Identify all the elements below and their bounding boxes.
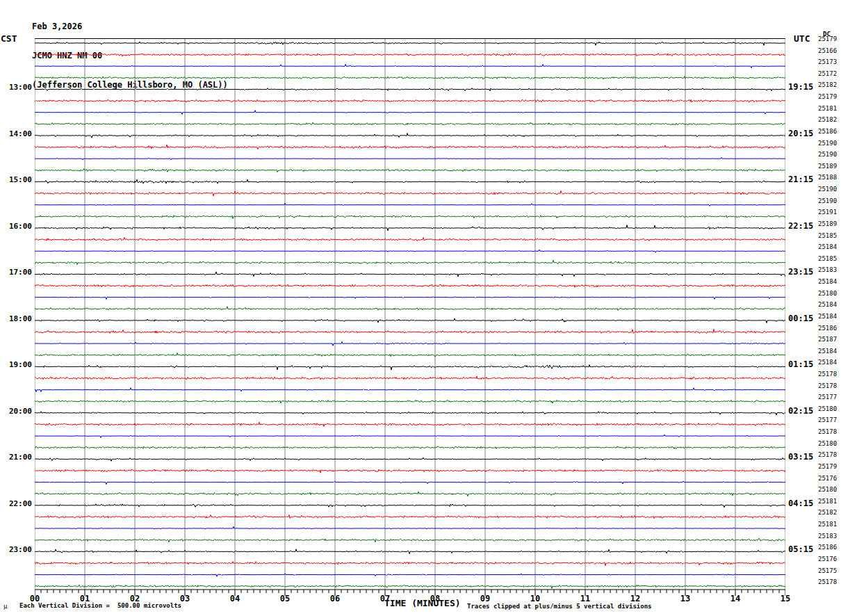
seismo-trace [35, 341, 785, 346]
seismo-trace [35, 307, 785, 311]
seismo-trace [35, 238, 785, 241]
seismo-trace [35, 376, 785, 380]
seismo-trace [35, 250, 785, 252]
seismo-trace [35, 145, 785, 149]
dc-offset-value: 25185 [818, 233, 837, 240]
dc-offset-value: 25184 [818, 244, 837, 251]
x-tick-label: 15 [777, 594, 794, 603]
seismo-trace [35, 179, 785, 184]
seismo-trace [35, 216, 785, 219]
x-tick-label: 14 [727, 594, 744, 603]
utc-hour-label: 01:15 [788, 360, 813, 369]
dc-offset-value: 25183 [818, 533, 837, 540]
utc-hour-label: 04:15 [788, 499, 813, 508]
dc-offset-value: 25173 [818, 59, 837, 66]
left-timezone-header: CST [1, 34, 17, 44]
seismo-trace [35, 329, 785, 333]
dc-offset-value: 25189 [818, 221, 837, 228]
dc-offset-value: 25189 [818, 163, 837, 170]
seismo-trace [35, 157, 785, 160]
dc-offset-value: 25190 [818, 198, 837, 205]
dc-offset-value: 25186 [818, 325, 837, 332]
dc-offset-value: 25181 [818, 499, 837, 505]
seismo-trace [35, 388, 785, 392]
seismo-trace [35, 88, 785, 91]
seismo-trace [35, 481, 785, 485]
seismo-trace [35, 318, 785, 323]
dc-offset-value: 25182 [818, 117, 837, 124]
seismo-trace [35, 492, 785, 496]
dc-offset-value: 25178 [818, 371, 837, 378]
utc-hour-label: 02:15 [788, 407, 813, 416]
utc-hour-label: 05:15 [788, 545, 813, 554]
right-timezone-header: UTC [794, 34, 810, 44]
utc-hour-label: 20:15 [788, 129, 813, 138]
seismo-trace [35, 64, 785, 67]
cst-hour-label: 16:00 [0, 222, 32, 231]
dc-offset-value: 25176 [818, 476, 837, 483]
clipping-note: Traces clipped at plus/minus 5 vertical … [467, 603, 652, 610]
dc-offset-value: 25178 [818, 429, 837, 436]
dc-offset-value: 25190 [818, 152, 837, 159]
utc-hour-label: 21:15 [788, 175, 813, 184]
utc-hour-label: 23:15 [788, 268, 813, 277]
dc-offset-value: 25184 [818, 314, 837, 321]
dc-offset-value: 25180 [818, 291, 837, 298]
cst-hour-label: 17:00 [0, 268, 32, 277]
dc-offset-value: 25184 [818, 348, 837, 355]
dc-offset-value: 25185 [818, 256, 837, 263]
vertical-scale-note: Each Vertical Division = 500.00 microvol… [19, 603, 181, 610]
dc-offset-value: 25190 [818, 140, 837, 147]
dc-offset-value: 25178 [818, 579, 837, 586]
dc-offset-value: 25180 [818, 441, 837, 448]
seismo-trace [35, 435, 785, 438]
cst-hour-label: 14:00 [0, 130, 32, 138]
dc-offset-value: 25186 [818, 544, 837, 551]
seismo-trace [35, 297, 785, 300]
seismo-trace [35, 284, 785, 287]
cst-hour-label: 21:00 [0, 453, 32, 462]
x-tick-label: 13 [677, 594, 694, 603]
dc-offset-value: 25177 [818, 417, 837, 424]
dc-offset-value: 25166 [818, 48, 837, 55]
date-line: Feb 3,2026 [32, 22, 228, 31]
seismo-trace [35, 169, 785, 172]
dc-offset-value: 25177 [818, 394, 837, 401]
cst-hour-label: 23:00 [0, 546, 32, 554]
dc-offset-value: 25181 [818, 106, 837, 113]
x-tick-label: 04 [227, 594, 243, 603]
seismo-trace [35, 574, 785, 576]
dc-offset-value: 25181 [818, 521, 837, 528]
seismo-trace [35, 122, 785, 125]
dc-offset-value: 25172 [818, 71, 837, 78]
dc-offset-value: 25175 [818, 568, 837, 575]
seismo-trace [35, 412, 785, 415]
dc-offset-value: 25184 [818, 302, 837, 309]
seismo-trace [35, 133, 785, 138]
x-tick-label: 06 [327, 594, 343, 603]
cst-hour-label: 20:00 [0, 407, 32, 416]
seismo-trace [35, 549, 785, 554]
dc-offset-value: 25188 [818, 175, 837, 181]
seismo-trace [35, 111, 785, 115]
seismo-trace [35, 99, 785, 102]
dc-offset-value: 25184 [818, 279, 837, 286]
dc-offset-value: 25179 [818, 464, 837, 471]
seismo-trace [35, 353, 785, 357]
dc-offset-value: 25191 [818, 209, 837, 216]
dc-offset-value: 25190 [818, 186, 837, 193]
dc-offset-value: 25184 [818, 359, 837, 366]
x-axis-title: TIME (MINUTES) [384, 599, 461, 608]
seismo-trace [35, 446, 785, 449]
utc-hour-label: 22:15 [788, 222, 813, 231]
dc-offset-value: 25179 [818, 36, 837, 43]
dc-offset-value: 25180 [818, 487, 837, 494]
seismo-trace [35, 365, 785, 371]
seismo-trace [35, 457, 785, 461]
seismo-trace [35, 526, 785, 529]
utc-hour-label: 00:15 [788, 314, 813, 323]
x-tick-label: 05 [277, 594, 293, 603]
dc-offset-value: 25178 [818, 383, 837, 390]
dc-offset-value: 25182 [818, 510, 837, 517]
dc-offset-value: 25186 [818, 129, 837, 136]
